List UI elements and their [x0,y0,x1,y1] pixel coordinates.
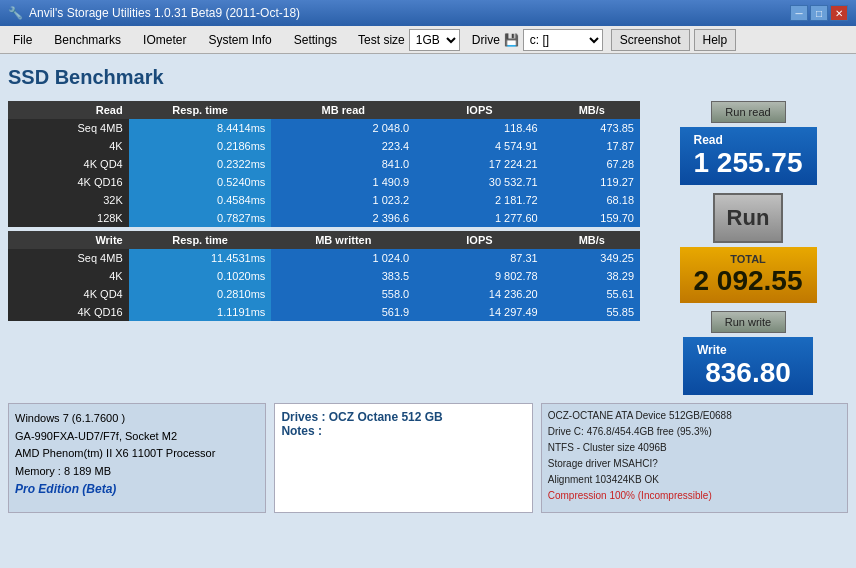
memory-info: Memory : 8 189 MB [15,463,259,481]
row-label: 128K [8,209,129,227]
resp-time: 0.2810ms [129,285,272,303]
mb-written: 383.5 [271,267,415,285]
read-score-value: 1 255.75 [694,147,803,179]
resp-time: 11.4531ms [129,249,272,267]
drives-line2: Notes : [281,424,525,438]
ocz-line1: OCZ-OCTANE ATA Device 512GB/E0688 [548,408,841,424]
benchmark-area: Read Resp. time MB read IOPS MB/s Seq 4M… [8,101,848,395]
mbs: 68.18 [544,191,640,209]
os-info: Windows 7 (6.1.7600 ) [15,410,259,428]
iops: 9 802.78 [415,267,543,285]
drive-icon: 💾 [504,33,519,47]
ocz-line3: NTFS - Cluster size 4096B [548,440,841,456]
mb-read-col-header: MB read [271,101,415,119]
write-score-value: 836.80 [697,357,799,389]
drives-line1: Drives : OCZ Octane 512 GB [281,410,525,424]
resp-time: 0.4584ms [129,191,272,209]
table-row: 4K QD16 0.5240ms 1 490.9 30 532.71 119.2… [8,173,640,191]
mbs: 119.27 [544,173,640,191]
app-icon: 🔧 [8,6,23,20]
table-row: 4K QD16 1.1191ms 561.9 14 297.49 55.85 [8,303,640,321]
screenshot-button[interactable]: Screenshot [611,29,690,51]
mb-written-col-header: MB written [271,231,415,249]
window-controls[interactable]: ─ □ ✕ [790,5,848,21]
ocz-info-panel: OCZ-OCTANE ATA Device 512GB/E0688 Drive … [541,403,848,513]
row-label: 4K QD16 [8,303,129,321]
read-col-header: Read [8,101,129,119]
read-score-label: Read [694,133,803,147]
benchmarks-menu[interactable]: Benchmarks [45,30,130,50]
mbs: 17.87 [544,137,640,155]
mbs: 38.29 [544,267,640,285]
iops-write-col-header: IOPS [415,231,543,249]
resp-time-col-header: Resp. time [129,101,272,119]
iops: 118.46 [415,119,543,137]
ocz-line4: Storage driver MSAHCI? [548,456,841,472]
iops: 87.31 [415,249,543,267]
iops: 14 297.49 [415,303,543,321]
drive-select[interactable]: c: [] [523,29,603,51]
test-size-label: Test size [358,33,405,47]
row-label: 4K [8,267,129,285]
mbs-write-col-header: MB/s [544,231,640,249]
pro-edition-label: Pro Edition (Beta) [15,480,259,499]
minimize-button[interactable]: ─ [790,5,808,21]
mb-read: 1 023.2 [271,191,415,209]
resp-time: 0.5240ms [129,173,272,191]
table-row: 4K 0.2186ms 223.4 4 574.91 17.87 [8,137,640,155]
test-size-select[interactable]: 1GB 2GB 4GB [409,29,460,51]
right-panel: Run read Read 1 255.75 Run TOTAL 2 092.5… [648,101,848,395]
mbs: 67.28 [544,155,640,173]
write-score-box: Write 836.80 [683,337,813,395]
mb-read: 2 048.0 [271,119,415,137]
write-score-label: Write [697,343,799,357]
drive-label: Drive [472,33,500,47]
table-row: 4K QD4 0.2322ms 841.0 17 224.21 67.28 [8,155,640,173]
main-content: SSD Benchmark Read Resp. time MB read IO… [0,54,856,568]
mb-written: 1 024.0 [271,249,415,267]
resp-time: 8.4414ms [129,119,272,137]
iops: 30 532.71 [415,173,543,191]
resp-time: 0.1020ms [129,267,272,285]
total-score-value: 2 092.55 [694,265,803,297]
mbs: 159.70 [544,209,640,227]
total-score-label: TOTAL [694,253,803,265]
run-button[interactable]: Run [713,193,783,243]
table-row: 4K QD4 0.2810ms 558.0 14 236.20 55.61 [8,285,640,303]
cpu-info: AMD Phenom(tm) II X6 1100T Processor [15,445,259,463]
total-score-box: TOTAL 2 092.55 [680,247,817,303]
iometer-menu[interactable]: IOmeter [134,30,195,50]
maximize-button[interactable]: □ [810,5,828,21]
system-info-panel: Windows 7 (6.1.7600 ) GA-990FXA-UD7/F7f,… [8,403,266,513]
write-header-row: Write Resp. time MB written IOPS MB/s [8,231,640,249]
run-write-button[interactable]: Run write [711,311,786,333]
row-label: Seq 4MB [8,119,129,137]
ocz-line2: Drive C: 476.8/454.4GB free (95.3%) [548,424,841,440]
row-label: 4K [8,137,129,155]
mb-read: 223.4 [271,137,415,155]
iops: 4 574.91 [415,137,543,155]
drives-info-panel: Drives : OCZ Octane 512 GB Notes : [274,403,532,513]
mb-written: 561.9 [271,303,415,321]
table-row: Seq 4MB 11.4531ms 1 024.0 87.31 349.25 [8,249,640,267]
run-read-button[interactable]: Run read [711,101,786,123]
read-table: Read Resp. time MB read IOPS MB/s Seq 4M… [8,101,640,321]
close-button[interactable]: ✕ [830,5,848,21]
table-row: Seq 4MB 8.4414ms 2 048.0 118.46 473.85 [8,119,640,137]
mbs: 55.85 [544,303,640,321]
file-menu[interactable]: File [4,30,41,50]
iops-read-col-header: IOPS [415,101,543,119]
row-label: 4K QD4 [8,285,129,303]
help-button[interactable]: Help [694,29,737,51]
resp-time: 1.1191ms [129,303,272,321]
mb-written: 558.0 [271,285,415,303]
iops: 2 181.72 [415,191,543,209]
mbs-read-col-header: MB/s [544,101,640,119]
app-title: Anvil's Storage Utilities 1.0.31 Beta9 (… [29,6,300,20]
table-row: 128K 0.7827ms 2 396.6 1 277.60 159.70 [8,209,640,227]
page-title: SSD Benchmark [8,62,848,93]
iops: 1 277.60 [415,209,543,227]
resp-time-write-col-header: Resp. time [129,231,272,249]
settings-menu[interactable]: Settings [285,30,346,50]
system-info-menu[interactable]: System Info [199,30,280,50]
